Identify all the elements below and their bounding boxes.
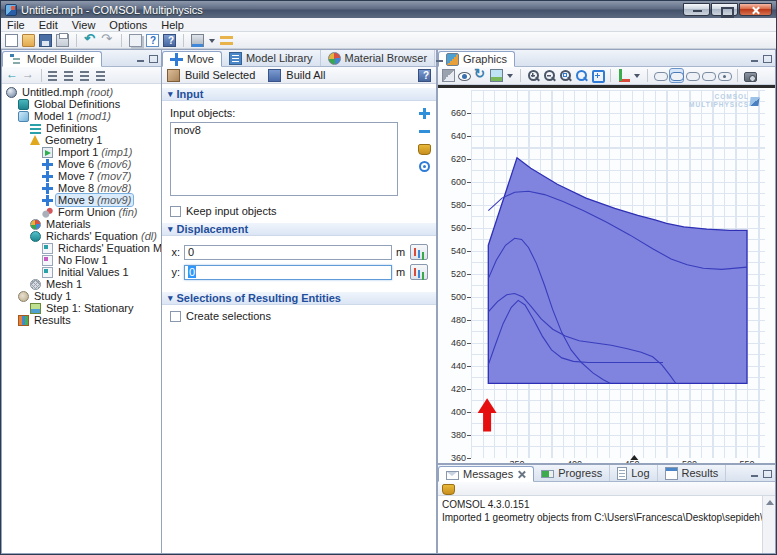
x-displacement-field[interactable]: 0 <box>184 245 392 260</box>
save-icon[interactable] <box>39 34 52 47</box>
tree-item[interactable]: Study 1 <box>2 290 161 302</box>
panel-maximize-icon[interactable] <box>762 54 771 63</box>
add-icon[interactable] <box>418 107 431 120</box>
messages-tab[interactable]: Log <box>610 465 657 481</box>
list-item[interactable]: mov8 <box>174 124 394 136</box>
clear-messages-icon[interactable] <box>442 484 455 495</box>
|[interactable] <box>41 69 42 82</box>
undo-icon[interactable] <box>84 34 97 47</box>
dd[interactable] <box>506 69 514 82</box>
tree-item[interactable]: Richards' Equation Model 1 <box>2 242 161 254</box>
tree-item[interactable]: No Flow 1 <box>2 254 161 266</box>
new-icon[interactable] <box>5 34 18 47</box>
section-input[interactable]: ▾ Input <box>162 87 436 101</box>
menu-item[interactable]: Edit <box>39 19 58 31</box>
dd[interactable] <box>208 34 216 47</box>
panel-maximize-icon[interactable] <box>762 469 771 478</box>
tree-item[interactable]: Materials <box>2 218 161 230</box>
build-selected-button[interactable]: Build Selected <box>185 69 255 81</box>
tree-item[interactable]: Form Union (fin) <box>2 206 161 218</box>
model-wizard-icon[interactable] <box>129 34 142 47</box>
y-range-button[interactable] <box>410 264 428 280</box>
print-icon[interactable] <box>56 34 69 47</box>
tree-item[interactable]: Model 1 (mod1) <box>2 110 161 122</box>
show-icon[interactable] <box>64 69 77 82</box>
build-all-button[interactable]: Build All <box>286 69 325 81</box>
panel-maximize-icon[interactable] <box>148 54 157 63</box>
zoom-box-icon[interactable] <box>559 69 572 82</box>
messages-tab[interactable]: Progress <box>534 465 610 481</box>
panel-minimize-icon[interactable] <box>750 469 759 478</box>
messages-tab[interactable]: Messages <box>438 466 534 482</box>
|[interactable] <box>76 34 77 47</box>
build-selected-icon[interactable] <box>167 69 180 82</box>
tree-item[interactable]: Results <box>2 314 161 326</box>
menu-item[interactable]: File <box>7 19 25 31</box>
tree-item[interactable]: Global Definitions <box>2 98 161 110</box>
select-box-icon[interactable] <box>670 69 683 82</box>
menu-item[interactable]: View <box>72 19 96 31</box>
help-icon[interactable] <box>418 69 431 82</box>
zoom-out-icon[interactable] <box>543 69 556 82</box>
tree-item[interactable]: Richards' Equation (dl) <box>2 230 161 242</box>
zoom-extents-icon[interactable] <box>575 69 588 82</box>
remove-icon[interactable] <box>418 125 431 138</box>
|[interactable] <box>520 69 521 82</box>
settings-tab[interactable]: Model Library <box>222 50 321 66</box>
rotate-icon[interactable] <box>474 69 487 82</box>
panel-minimize-icon[interactable] <box>136 54 145 63</box>
tree-item[interactable]: Untitled.mph (root) <box>2 86 161 98</box>
panel-minimize-icon[interactable] <box>750 54 759 63</box>
tree-item[interactable]: Step 1: Stationary <box>2 302 161 314</box>
paint-icon[interactable] <box>191 34 204 47</box>
select-free-icon[interactable] <box>686 69 699 82</box>
collapse-all-icon[interactable] <box>48 69 61 82</box>
axis-icon[interactable] <box>617 69 630 82</box>
move-down-icon[interactable] <box>96 69 109 82</box>
active-selection-icon[interactable] <box>418 160 431 173</box>
section-displacement[interactable]: ▾ Displacement <box>162 222 436 236</box>
maximize-button[interactable] <box>711 3 738 16</box>
select-icon[interactable] <box>654 69 667 82</box>
menu-item[interactable]: Help <box>161 19 184 31</box>
tree-item[interactable]: Move 7 (mov7) <box>2 170 161 182</box>
close-icon[interactable] <box>517 470 526 479</box>
tree-item[interactable]: Move 6 (mov6) <box>2 158 161 170</box>
select-point-icon[interactable] <box>718 69 731 82</box>
tree-item[interactable]: Move 9 (mov9) <box>2 194 161 206</box>
zoom-window-icon[interactable] <box>591 69 604 82</box>
tree-item[interactable]: Initial Values 1 <box>2 266 161 278</box>
zoom-in-icon[interactable] <box>527 69 540 82</box>
transparency-icon[interactable] <box>442 69 455 82</box>
back-icon[interactable] <box>6 69 19 82</box>
section-selections[interactable]: ▾ Selections of Resulting Entities <box>162 291 436 305</box>
|[interactable] <box>737 69 738 82</box>
messages-tab[interactable]: Results <box>658 465 727 481</box>
tree-item[interactable]: Geometry 1 <box>2 134 161 146</box>
help-icon[interactable] <box>146 34 159 47</box>
y-displacement-field[interactable]: 0 <box>184 265 392 280</box>
move-up-icon[interactable] <box>80 69 93 82</box>
documentation-icon[interactable] <box>163 34 176 47</box>
graphics-canvas[interactable]: COMSOL MULTIPHYSICS 66064062060058056054… <box>438 85 775 463</box>
tree-item[interactable]: Mesh 1 <box>2 278 161 290</box>
redo-icon[interactable] <box>101 34 114 47</box>
input-objects-list[interactable]: mov8 <box>170 122 398 196</box>
|[interactable] <box>121 34 122 47</box>
visibility-icon[interactable] <box>458 72 471 81</box>
|[interactable] <box>610 69 611 82</box>
open-icon[interactable] <box>22 34 35 47</box>
|[interactable] <box>647 69 648 82</box>
messages-scrollbar[interactable] <box>762 496 775 553</box>
tree-item[interactable]: Definitions <box>2 122 161 134</box>
dd[interactable] <box>633 69 641 82</box>
x-range-button[interactable] <box>410 244 428 260</box>
tab-graphics[interactable]: Graphics <box>438 51 515 67</box>
menu-item[interactable]: Options <box>109 19 147 31</box>
clear-icon[interactable] <box>418 144 431 155</box>
snapshot-icon[interactable] <box>744 72 757 82</box>
measure-icon[interactable] <box>220 34 233 47</box>
panel-minimize-icon[interactable] <box>435 54 444 63</box>
minimize-button[interactable] <box>683 3 710 16</box>
select-adjacent-icon[interactable] <box>702 69 715 82</box>
